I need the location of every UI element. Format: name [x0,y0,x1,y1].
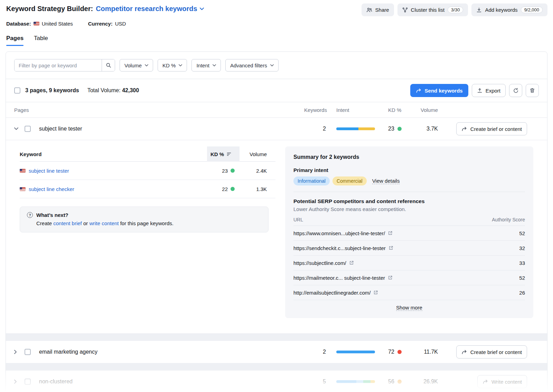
intent-badge-commercial: Commercial [332,176,367,185]
create-brief-button[interactable]: Create brief or content [456,345,527,358]
kd-value: 56 [388,379,394,385]
expand-chevron-icon[interactable] [14,380,25,384]
collapse-chevron-icon[interactable] [14,127,25,130]
kd-value: 23 [388,126,394,132]
cluster-icon [402,7,408,13]
intent-bar-cell [331,127,383,130]
external-link-icon[interactable] [349,260,354,265]
cluster-label: Cluster this list [411,7,445,13]
competitor-url-row: https://www.omnisen...ubject-line-tester… [293,226,525,241]
write-content-button[interactable]: Write content [477,375,527,388]
database-value: United States [42,21,73,27]
intent-bar [336,380,375,383]
table-row: subject line tester 2 23 3.7K [6,118,547,140]
pages-table-header: Pages Keywords Intent KD % Volume [6,102,547,118]
write-content-link[interactable]: write content [89,220,119,226]
advanced-filters-dropdown[interactable]: Advanced filters [225,59,279,71]
question-icon: ? [27,212,33,218]
intent-filter-dropdown[interactable]: Intent [191,59,221,71]
kd-difficulty-dot [231,169,235,173]
kd-cell: 72 [383,349,416,355]
refresh-button[interactable] [509,84,522,97]
intent-bar [336,127,375,130]
keyword-subtable: Keyword KD % Volume [20,146,275,232]
row-checkbox[interactable] [25,349,31,355]
page-name: subject line tester [37,126,300,132]
keywords-count-badge: 9/2,000 [521,7,543,13]
send-arrow-icon [416,88,422,93]
subcolumn-kd-sorted[interactable]: KD % [207,146,240,162]
competitor-url: https://www.omnisen...ubject-line-tester… [293,230,385,236]
external-link-icon[interactable] [388,231,393,236]
chevron-down-icon [213,64,216,67]
keyword-filter-box [14,59,115,71]
page-group-subject-line-tester: subject line tester 2 23 3.7K [6,118,547,333]
search-button[interactable] [102,59,115,71]
external-link-icon[interactable] [388,246,393,250]
active-tab-underline [6,45,24,46]
export-button[interactable]: Export [472,84,506,97]
top-actions: Share Cluster this list 3/30 [362,3,547,16]
external-link-icon[interactable] [388,275,393,280]
delete-button[interactable] [526,84,539,97]
column-header-volume: Volume [421,107,453,113]
content-brief-link[interactable]: content brief [53,220,82,226]
view-tabs: Pages Table [6,35,547,46]
us-flag-icon [20,187,26,191]
volume-value: 3.7K [427,126,453,132]
us-flag-icon [20,169,26,173]
selection-toolbar: 3 pages, 9 keywords Total Volume: 42,300… [6,79,547,102]
page-group-non-clustered: non-clustered 5 56 26.9K Write content [6,371,547,392]
kd-cell: 22 [207,186,240,192]
serp-competitors-subtitle: Lower Authority Score means easier compe… [293,206,525,212]
kd-difficulty-dot [397,350,402,354]
kd-difficulty-dot [231,187,235,191]
share-button[interactable]: Share [362,3,394,16]
total-volume: Total Volume: 42,300 [87,87,139,94]
chevron-down-icon [145,64,148,67]
kd-value: 72 [388,349,394,355]
database-label: Database: [6,21,31,27]
view-details-link[interactable]: View details [372,178,400,184]
expand-chevron-icon[interactable] [14,350,25,354]
row-checkbox[interactable] [25,379,31,385]
intent-bar-cell [331,380,383,383]
forward-arrow-icon [461,126,467,132]
whats-next-box: ? What’s next? Create content brief or w… [20,207,269,232]
volume-filter-dropdown[interactable]: Volume [120,59,153,71]
intent-badges: Informational Commercial View details [293,176,525,185]
tab-table[interactable]: Table [34,35,48,46]
keyword-subtable-header: Keyword KD % Volume [20,146,275,162]
intent-bar [336,351,375,353]
send-keywords-button[interactable]: Send keywords [410,84,468,97]
page-name: email marketing agency [37,349,300,355]
add-keywords-button[interactable]: Add keywords 9/2,000 [471,3,547,16]
filter-input[interactable] [15,59,102,71]
subcolumn-keyword: Keyword [20,151,207,157]
show-more-link[interactable]: Show more [396,305,422,311]
cluster-list-button[interactable]: Cluster this list 3/30 [397,3,468,16]
primary-intent-label: Primary intent [293,167,525,173]
share-icon [366,7,372,13]
authority-score: 52 [519,230,525,236]
keyword-link[interactable]: subject line checker [29,186,74,192]
competitor-url: https://sendcheckit.c...subject-line-tes… [293,245,386,251]
list-selector[interactable]: Competitor research keywords [96,5,204,13]
competitor-url: https://subjectline.com/ [293,260,346,266]
row-checkbox[interactable] [25,126,31,132]
search-icon [106,63,111,68]
forward-arrow-icon [482,379,488,384]
kd-difficulty-dot [397,380,402,384]
kd-filter-dropdown[interactable]: KD % [158,59,187,71]
column-header-pages: Pages [14,107,300,113]
competitor-url-row: https://sendcheckit.c...subject-line-tes… [293,241,525,256]
external-link-icon[interactable] [373,290,378,295]
create-brief-button[interactable]: Create brief or content [456,122,527,135]
keyword-link[interactable]: subject line tester [29,168,69,174]
authority-score: 33 [519,260,525,266]
toolbar-actions: Send keywords Export [410,84,539,97]
serp-competitors-title: Potential SERP competitors and content r… [293,198,525,204]
select-all-checkbox[interactable] [14,87,20,94]
competitor-url: http://emailsubjectlinegrader.com/ [293,290,371,296]
tab-pages[interactable]: Pages [6,35,24,46]
